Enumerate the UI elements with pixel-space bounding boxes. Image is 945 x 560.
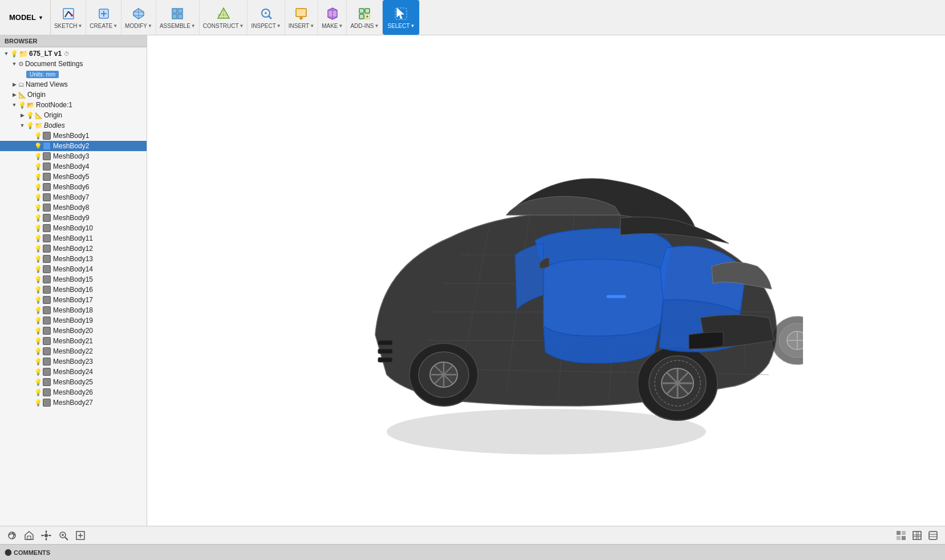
- body-eye-15[interactable]: 💡: [34, 276, 42, 283]
- mesh-body-node-26[interactable]: ▶ 💡 MeshBody26: [0, 387, 147, 397]
- zoom-btn[interactable]: [56, 529, 71, 542]
- mesh-body-node-24[interactable]: ▶ 💡 MeshBody24: [0, 367, 147, 377]
- origin-top-node[interactable]: ▶ 📐 Origin: [0, 90, 147, 100]
- mesh-body-node-3[interactable]: ▶ 💡 MeshBody3: [0, 151, 147, 161]
- origin-top-expand[interactable]: ▶: [10, 90, 18, 99]
- body-eye-23[interactable]: 💡: [34, 358, 42, 366]
- body-eye-19[interactable]: 💡: [34, 317, 42, 324]
- body-eye-9[interactable]: 💡: [34, 214, 42, 222]
- body-eye-1[interactable]: 💡: [34, 132, 42, 140]
- body-eye-4[interactable]: 💡: [34, 163, 42, 171]
- bodies-expand[interactable]: ▼: [18, 121, 26, 130]
- named-views-expand[interactable]: ▶: [10, 80, 18, 89]
- construct-tool-group[interactable]: CONSTRUCT ▼: [200, 0, 248, 35]
- body-label-8: MeshBody8: [52, 204, 89, 212]
- model-button[interactable]: MODEL ▼: [2, 0, 51, 35]
- body-eye-6[interactable]: 💡: [34, 184, 42, 191]
- body-eye-5[interactable]: 💡: [34, 173, 42, 181]
- bodies-node[interactable]: ▼ 💡 📁 Bodies: [0, 120, 147, 131]
- mesh-body-node-8[interactable]: ▶ 💡 MeshBody8: [0, 202, 147, 213]
- body-eye-27[interactable]: 💡: [34, 399, 42, 407]
- body-eye-22[interactable]: 💡: [34, 348, 42, 355]
- mesh-body-node-11[interactable]: ▶ 💡 MeshBody11: [0, 233, 147, 244]
- body-eye-16[interactable]: 💡: [34, 286, 42, 294]
- mesh-body-node-21[interactable]: ▶ 💡 MeshBody21: [0, 336, 147, 346]
- mesh-body-node-15[interactable]: ▶ 💡 MeshBody15: [0, 274, 147, 285]
- assemble-tool-group[interactable]: ASSEMBLE ▼: [156, 0, 200, 35]
- mesh-body-node-4[interactable]: ▶ 💡 MeshBody4: [0, 161, 147, 172]
- mesh-body-node-20[interactable]: ▶ 💡 MeshBody20: [0, 326, 147, 336]
- bodies-eye[interactable]: 💡: [26, 122, 34, 129]
- comments-bar[interactable]: ⬤ COMMENTS: [0, 544, 945, 560]
- tree-root-node[interactable]: ▼ 💡 📁 675_LT v1 ⏱: [0, 48, 147, 59]
- browser-tree[interactable]: ▼ 💡 📁 675_LT v1 ⏱ ▼ ⚙ Document Settings …: [0, 47, 147, 526]
- home-btn[interactable]: [22, 529, 36, 542]
- mesh-body-node-13[interactable]: ▶ 💡 MeshBody13: [0, 254, 147, 264]
- root-node-eye[interactable]: 💡: [18, 102, 26, 109]
- more-options-btn[interactable]: [926, 529, 940, 542]
- viewport[interactable]: [147, 35, 945, 526]
- mesh-body-node-9[interactable]: ▶ 💡 MeshBody9: [0, 213, 147, 223]
- mesh-body-node-16[interactable]: ▶ 💡 MeshBody16: [0, 285, 147, 295]
- fit-btn[interactable]: [73, 529, 88, 542]
- body-eye-26[interactable]: 💡: [34, 389, 42, 396]
- body-eye-18[interactable]: 💡: [34, 307, 42, 314]
- body-eye-20[interactable]: 💡: [34, 327, 42, 335]
- root-expand-icon[interactable]: ▼: [2, 49, 10, 58]
- doc-settings-expand[interactable]: ▼: [10, 59, 18, 68]
- units-node[interactable]: ▶ Units: mm: [0, 69, 147, 79]
- root-node-label: RootNode:1: [35, 101, 72, 109]
- origin-inner-eye[interactable]: 💡: [26, 112, 34, 119]
- root-node-expand[interactable]: ▼: [10, 100, 18, 109]
- select-tool-group[interactable]: SELECT ▼: [383, 0, 420, 35]
- make-tool-group[interactable]: MAKE ▼: [318, 0, 347, 35]
- mesh-body-node-19[interactable]: ▶ 💡 MeshBody19: [0, 315, 147, 326]
- root-eye-icon[interactable]: 💡: [10, 50, 18, 58]
- body-eye-13[interactable]: 💡: [34, 255, 42, 263]
- named-views-node[interactable]: ▶ 🗂 Named Views: [0, 79, 147, 90]
- pan-btn[interactable]: [39, 529, 54, 542]
- body-eye-11[interactable]: 💡: [34, 235, 42, 242]
- display-mode-btn[interactable]: [894, 529, 909, 542]
- mesh-body-node-10[interactable]: ▶ 💡 MeshBody10: [0, 223, 147, 233]
- body-icon-12: [43, 245, 51, 253]
- body-eye-2[interactable]: 💡: [34, 143, 42, 150]
- mesh-body-node-22[interactable]: ▶ 💡 MeshBody22: [0, 346, 147, 356]
- modify-tool-group[interactable]: MODIFY ▼: [121, 0, 156, 35]
- body-eye-7[interactable]: 💡: [34, 194, 42, 201]
- mesh-body-node-2[interactable]: ▶ 💡 MeshBody2: [0, 141, 147, 151]
- mesh-body-node-6[interactable]: ▶ 💡 MeshBody6: [0, 182, 147, 192]
- addins-tool-group[interactable]: ADD-INS ▼: [347, 0, 383, 35]
- body-eye-21[interactable]: 💡: [34, 338, 42, 345]
- construct-label: CONSTRUCT: [203, 23, 239, 29]
- inspect-tool-group[interactable]: INSPECT ▼: [248, 0, 285, 35]
- mesh-body-node-18[interactable]: ▶ 💡 MeshBody18: [0, 305, 147, 315]
- mesh-body-node-23[interactable]: ▶ 💡 MeshBody23: [0, 356, 147, 367]
- origin-inner-node[interactable]: ▶ 💡 📐 Origin: [0, 110, 147, 120]
- create-tool-group[interactable]: CREATE ▼: [86, 0, 121, 35]
- svg-rect-100: [902, 536, 906, 540]
- body-eye-17[interactable]: 💡: [34, 297, 42, 304]
- document-settings-node[interactable]: ▼ ⚙ Document Settings: [0, 59, 147, 69]
- body-eye-10[interactable]: 💡: [34, 225, 42, 232]
- mesh-body-node-12[interactable]: ▶ 💡 MeshBody12: [0, 244, 147, 254]
- mesh-body-node-1[interactable]: ▶ 💡 MeshBody1: [0, 131, 147, 141]
- sketch-tool-group[interactable]: SKETCH ▼: [51, 0, 86, 35]
- body-eye-14[interactable]: 💡: [34, 266, 42, 273]
- mesh-body-node-14[interactable]: ▶ 💡 MeshBody14: [0, 264, 147, 274]
- grid-btn[interactable]: [910, 529, 924, 542]
- root-node-item[interactable]: ▼ 💡 📂 RootNode:1: [0, 100, 147, 110]
- mesh-body-node-7[interactable]: ▶ 💡 MeshBody7: [0, 192, 147, 202]
- insert-tool-group[interactable]: INSERT ▼: [285, 0, 318, 35]
- origin-inner-expand[interactable]: ▶: [18, 111, 26, 120]
- body-eye-8[interactable]: 💡: [34, 204, 42, 212]
- orbit-btn[interactable]: [5, 529, 19, 542]
- mesh-body-node-5[interactable]: ▶ 💡 MeshBody5: [0, 172, 147, 182]
- body-eye-12[interactable]: 💡: [34, 245, 42, 253]
- mesh-body-node-27[interactable]: ▶ 💡 MeshBody27: [0, 397, 147, 408]
- body-eye-25[interactable]: 💡: [34, 379, 42, 386]
- mesh-body-node-25[interactable]: ▶ 💡 MeshBody25: [0, 377, 147, 387]
- body-eye-3[interactable]: 💡: [34, 153, 42, 160]
- body-eye-24[interactable]: 💡: [34, 368, 42, 376]
- mesh-body-node-17[interactable]: ▶ 💡 MeshBody17: [0, 295, 147, 305]
